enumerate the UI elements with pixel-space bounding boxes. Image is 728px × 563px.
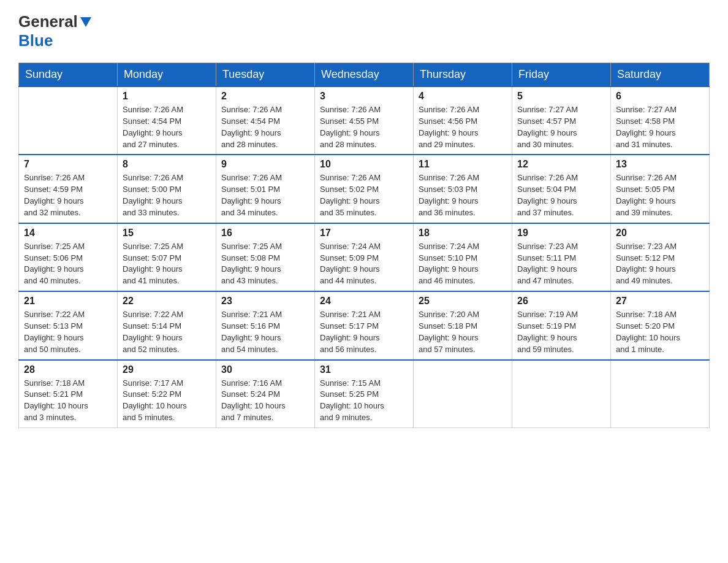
calendar-cell-w2d1: 7Sunrise: 7:26 AM Sunset: 4:59 PM Daylig…: [19, 155, 118, 223]
day-number: 9: [221, 159, 309, 170]
day-info: Sunrise: 7:26 AM Sunset: 5:03 PM Dayligh…: [419, 172, 507, 218]
logo-area: General Blue: [18, 12, 93, 50]
day-number: 19: [517, 228, 605, 239]
day-info: Sunrise: 7:20 AM Sunset: 5:18 PM Dayligh…: [419, 309, 507, 355]
day-number: 18: [419, 228, 507, 239]
calendar-header-monday: Monday: [118, 63, 216, 87]
day-info: Sunrise: 7:26 AM Sunset: 5:05 PM Dayligh…: [616, 172, 704, 218]
day-number: 29: [123, 364, 211, 375]
day-number: 17: [320, 228, 408, 239]
day-info: Sunrise: 7:26 AM Sunset: 5:00 PM Dayligh…: [123, 172, 211, 218]
day-info: Sunrise: 7:26 AM Sunset: 4:59 PM Dayligh…: [24, 172, 112, 218]
calendar-header-tuesday: Tuesday: [216, 63, 315, 87]
day-number: 6: [616, 91, 704, 102]
day-number: 15: [123, 228, 211, 239]
day-info: Sunrise: 7:24 AM Sunset: 5:10 PM Dayligh…: [419, 241, 507, 287]
calendar-cell-w4d2: 22Sunrise: 7:22 AM Sunset: 5:14 PM Dayli…: [118, 291, 216, 359]
calendar-cell-w3d6: 19Sunrise: 7:23 AM Sunset: 5:11 PM Dayli…: [512, 223, 611, 291]
day-info: Sunrise: 7:21 AM Sunset: 5:16 PM Dayligh…: [221, 309, 309, 355]
day-info: Sunrise: 7:23 AM Sunset: 5:11 PM Dayligh…: [517, 241, 605, 287]
day-number: 30: [221, 364, 309, 375]
day-info: Sunrise: 7:15 AM Sunset: 5:25 PM Dayligh…: [320, 378, 408, 424]
calendar-cell-w1d6: 5Sunrise: 7:27 AM Sunset: 4:57 PM Daylig…: [512, 86, 611, 155]
day-number: 31: [320, 364, 408, 375]
day-info: Sunrise: 7:27 AM Sunset: 4:58 PM Dayligh…: [616, 104, 704, 150]
day-info: Sunrise: 7:18 AM Sunset: 5:21 PM Dayligh…: [24, 378, 112, 424]
calendar-header-saturday: Saturday: [611, 63, 710, 87]
day-number: 28: [24, 364, 112, 375]
day-number: 20: [616, 228, 704, 239]
calendar-cell-w4d3: 23Sunrise: 7:21 AM Sunset: 5:16 PM Dayli…: [216, 291, 315, 359]
calendar-cell-w3d7: 20Sunrise: 7:23 AM Sunset: 5:12 PM Dayli…: [611, 223, 710, 291]
calendar-cell-w2d2: 8Sunrise: 7:26 AM Sunset: 5:00 PM Daylig…: [118, 155, 216, 223]
day-info: Sunrise: 7:17 AM Sunset: 5:22 PM Dayligh…: [123, 378, 211, 424]
day-info: Sunrise: 7:21 AM Sunset: 5:17 PM Dayligh…: [320, 309, 408, 355]
logo-general-text: General: [18, 12, 78, 31]
calendar-cell-w2d7: 13Sunrise: 7:26 AM Sunset: 5:05 PM Dayli…: [611, 155, 710, 223]
calendar-cell-w4d7: 27Sunrise: 7:18 AM Sunset: 5:20 PM Dayli…: [611, 291, 710, 359]
day-number: 12: [517, 159, 605, 170]
calendar-header-wednesday: Wednesday: [315, 63, 414, 87]
calendar-cell-w5d1: 28Sunrise: 7:18 AM Sunset: 5:21 PM Dayli…: [19, 360, 118, 428]
day-number: 1: [123, 91, 211, 102]
day-info: Sunrise: 7:26 AM Sunset: 4:54 PM Dayligh…: [123, 104, 211, 150]
day-number: 25: [419, 296, 507, 307]
logo-arrow-icon: [80, 17, 91, 27]
day-number: 10: [320, 159, 408, 170]
calendar-cell-w5d4: 31Sunrise: 7:15 AM Sunset: 5:25 PM Dayli…: [315, 360, 414, 428]
calendar-header-friday: Friday: [512, 63, 611, 87]
day-info: Sunrise: 7:22 AM Sunset: 5:13 PM Dayligh…: [24, 309, 112, 355]
calendar-cell-w2d5: 11Sunrise: 7:26 AM Sunset: 5:03 PM Dayli…: [414, 155, 512, 223]
calendar-cell-w4d4: 24Sunrise: 7:21 AM Sunset: 5:17 PM Dayli…: [315, 291, 414, 359]
calendar-cell-w4d1: 21Sunrise: 7:22 AM Sunset: 5:13 PM Dayli…: [19, 291, 118, 359]
calendar-header-thursday: Thursday: [414, 63, 512, 87]
calendar-cell-w5d2: 29Sunrise: 7:17 AM Sunset: 5:22 PM Dayli…: [118, 360, 216, 428]
day-number: 3: [320, 91, 408, 102]
calendar-cell-w1d1: [19, 86, 118, 155]
calendar-header-sunday: Sunday: [19, 63, 118, 87]
logo-line1: General: [18, 12, 93, 31]
calendar-cell-w1d7: 6Sunrise: 7:27 AM Sunset: 4:58 PM Daylig…: [611, 86, 710, 155]
day-info: Sunrise: 7:26 AM Sunset: 5:02 PM Dayligh…: [320, 172, 408, 218]
day-info: Sunrise: 7:26 AM Sunset: 4:54 PM Dayligh…: [221, 104, 309, 150]
day-number: 21: [24, 296, 112, 307]
day-info: Sunrise: 7:26 AM Sunset: 4:55 PM Dayligh…: [320, 104, 408, 150]
calendar-cell-w5d5: [414, 360, 512, 428]
week-row-2: 7Sunrise: 7:26 AM Sunset: 4:59 PM Daylig…: [19, 155, 710, 223]
day-info: Sunrise: 7:22 AM Sunset: 5:14 PM Dayligh…: [123, 309, 211, 355]
day-number: 23: [221, 296, 309, 307]
day-info: Sunrise: 7:26 AM Sunset: 4:56 PM Dayligh…: [419, 104, 507, 150]
day-info: Sunrise: 7:25 AM Sunset: 5:08 PM Dayligh…: [221, 241, 309, 287]
day-info: Sunrise: 7:27 AM Sunset: 4:57 PM Dayligh…: [517, 104, 605, 150]
page-header: General Blue: [18, 12, 710, 50]
week-row-4: 21Sunrise: 7:22 AM Sunset: 5:13 PM Dayli…: [19, 291, 710, 359]
calendar-cell-w3d3: 16Sunrise: 7:25 AM Sunset: 5:08 PM Dayli…: [216, 223, 315, 291]
day-number: 14: [24, 228, 112, 239]
calendar-cell-w1d3: 2Sunrise: 7:26 AM Sunset: 4:54 PM Daylig…: [216, 86, 315, 155]
day-number: 13: [616, 159, 704, 170]
day-info: Sunrise: 7:19 AM Sunset: 5:19 PM Dayligh…: [517, 309, 605, 355]
calendar-table: SundayMondayTuesdayWednesdayThursdayFrid…: [18, 63, 710, 428]
calendar-cell-w2d6: 12Sunrise: 7:26 AM Sunset: 5:04 PM Dayli…: [512, 155, 611, 223]
day-number: 27: [616, 296, 704, 307]
day-number: 7: [24, 159, 112, 170]
day-info: Sunrise: 7:26 AM Sunset: 5:01 PM Dayligh…: [221, 172, 309, 218]
day-info: Sunrise: 7:23 AM Sunset: 5:12 PM Dayligh…: [616, 241, 704, 287]
day-number: 5: [517, 91, 605, 102]
calendar-cell-w5d6: [512, 360, 611, 428]
calendar-cell-w1d2: 1Sunrise: 7:26 AM Sunset: 4:54 PM Daylig…: [118, 86, 216, 155]
calendar-cell-w1d5: 4Sunrise: 7:26 AM Sunset: 4:56 PM Daylig…: [414, 86, 512, 155]
week-row-5: 28Sunrise: 7:18 AM Sunset: 5:21 PM Dayli…: [19, 360, 710, 428]
calendar-cell-w5d3: 30Sunrise: 7:16 AM Sunset: 5:24 PM Dayli…: [216, 360, 315, 428]
day-info: Sunrise: 7:16 AM Sunset: 5:24 PM Dayligh…: [221, 378, 309, 424]
calendar-cell-w2d4: 10Sunrise: 7:26 AM Sunset: 5:02 PM Dayli…: [315, 155, 414, 223]
calendar-cell-w5d7: [611, 360, 710, 428]
day-number: 8: [123, 159, 211, 170]
day-number: 4: [419, 91, 507, 102]
calendar-cell-w3d5: 18Sunrise: 7:24 AM Sunset: 5:10 PM Dayli…: [414, 223, 512, 291]
calendar-cell-w4d5: 25Sunrise: 7:20 AM Sunset: 5:18 PM Dayli…: [414, 291, 512, 359]
calendar-header-row: SundayMondayTuesdayWednesdayThursdayFrid…: [19, 63, 710, 87]
day-number: 2: [221, 91, 309, 102]
day-info: Sunrise: 7:24 AM Sunset: 5:09 PM Dayligh…: [320, 241, 408, 287]
day-info: Sunrise: 7:25 AM Sunset: 5:06 PM Dayligh…: [24, 241, 112, 287]
